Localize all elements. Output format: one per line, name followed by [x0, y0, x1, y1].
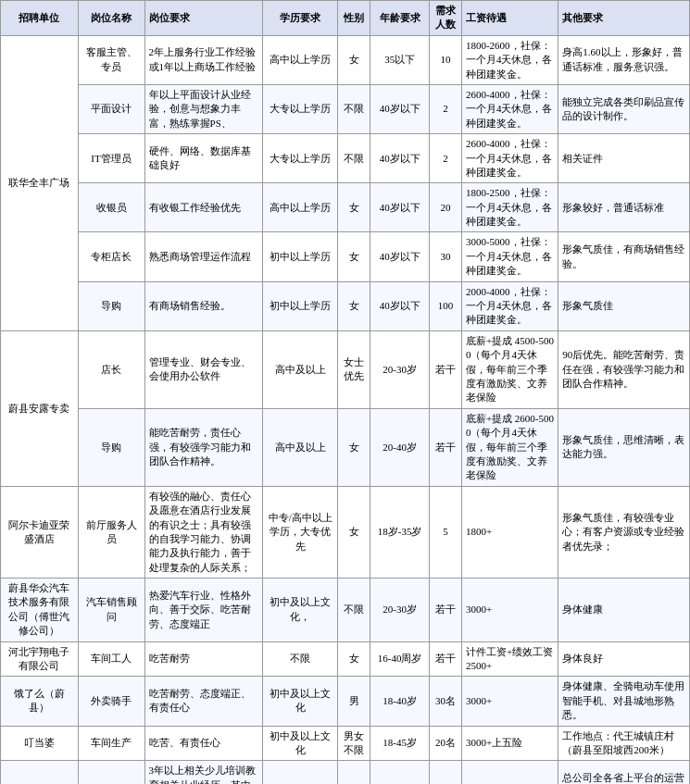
cell-job: 平面设计: [78, 84, 144, 133]
cell-count: 30名: [430, 677, 462, 726]
header-company: 招聘单位: [1, 1, 79, 36]
cell-count: 5: [430, 486, 462, 578]
cell-salary: 3000+: [461, 579, 558, 642]
header-job: 岗位名称: [78, 1, 144, 36]
table-row: 平面设计年以上平面设计从业经验，创意与想象力丰富，熟练掌握PS、大专以上学历不限…: [1, 84, 690, 133]
cell-job: 导购: [78, 281, 144, 330]
cell-age: 16-40周岁: [370, 641, 430, 677]
cell-job: 运营经理: [78, 761, 144, 784]
cell-edu: 大专以上学历: [263, 134, 338, 183]
cell-req: 有收银工作经验优先: [144, 183, 263, 232]
cell-age: 20-30岁: [370, 330, 430, 408]
cell-edu: 中专/高中以上学历，大专优先: [263, 486, 338, 578]
cell-job: 专柜店长: [78, 232, 144, 281]
table-row: 导购能吃苦耐劳，责任心强，有较强学习能力和团队合作精神。高中及以上女20-40岁…: [1, 408, 690, 486]
cell-edu: 专科以上以上学历: [263, 761, 338, 784]
cell-salary: 2600-4000，社保：一个月4天休息，各种团建奖金。: [461, 84, 558, 133]
cell-edu: 初中及以上文化: [263, 726, 338, 761]
cell-company: 河北宇翔电子有限公司: [1, 641, 79, 677]
cell-gender: 男女不限: [338, 726, 370, 761]
cell-salary: 1800-2600，社保：一个月4天休息，各种团建奖金。: [461, 35, 558, 84]
cell-other: 能独立完成各类印刷品宣传品的设计制作。: [558, 84, 690, 133]
cell-company: 阿尔卡迪亚荣盛酒店: [1, 486, 79, 578]
table-row: 饿了么（蔚县）外卖骑手吃苦耐劳、态度端正、有责任心初中及以上文化男18-40岁3…: [1, 677, 690, 726]
cell-count: 10: [430, 35, 462, 84]
cell-company: 饿了么（蔚县）: [1, 677, 79, 726]
cell-other: 相关证件: [558, 134, 690, 183]
cell-other: 身体健康、全骑电动车使用智能手机、对县城地形熟悉。: [558, 677, 690, 726]
cell-gender: 女士优先: [338, 330, 370, 408]
cell-req: 管理专业、财会专业、会使用办公软件: [144, 330, 263, 408]
cell-gender: 不限: [338, 84, 370, 133]
cell-salary: 2000-4000，社保：一个月4天休息，各种团建奖金。: [461, 281, 558, 330]
table-row: 导购有商场销售经验。初中以上学历女40岁以下1002000-4000，社保：一个…: [1, 281, 690, 330]
table-row: 蔚县安露专卖店长管理专业、财会专业、会使用办公软件高中及以上女士优先20-30岁…: [1, 330, 690, 408]
cell-other: 身体健康: [558, 579, 690, 642]
cell-age: 40岁以下: [370, 84, 430, 133]
cell-edu: 高中及以上: [263, 408, 338, 486]
cell-other: 工作地点：代王城镇庄村（蔚县至阳坡西200米）: [558, 726, 690, 761]
cell-other: 形象气质佳: [558, 281, 690, 330]
table-row: 联华全丰广场客服主管、专员2年上服务行业工作经验或1年以上商场工作经验高中以上学…: [1, 35, 690, 84]
table-row: IT管理员硬件、网络、数据库基础良好大专以上学历不限40岁以下22600-400…: [1, 134, 690, 183]
cell-job: 导购: [78, 408, 144, 486]
cell-count: 20: [430, 183, 462, 232]
cell-company: 叮当婆: [1, 726, 79, 761]
cell-gender: 男女不限: [338, 761, 370, 784]
cell-count: 20名: [430, 726, 462, 761]
cell-company: 蔚县华众汽车技术服务有限公司（傅世汽修公司）: [1, 579, 79, 642]
cell-gender: 女: [338, 408, 370, 486]
cell-age: 40岁以下: [370, 281, 430, 330]
cell-salary: 5000-9000，底薪+各种奖金+中高端提成: [461, 761, 558, 784]
cell-req: 3年以上相关少儿培训教育相关从业经历，其中从事过少儿培训机构管理岗位或校区负责人…: [144, 761, 263, 784]
cell-gender: 女: [338, 641, 370, 677]
cell-other: 身高1.60以上，形象好，普通话标准，服务意识强。: [558, 35, 690, 84]
cell-salary: 3000+上五险: [461, 726, 558, 761]
cell-req: 吃苦耐劳: [144, 641, 263, 677]
cell-count: 2: [430, 134, 462, 183]
cell-company: 全脑佳教育科技有限公司: [1, 761, 79, 784]
table-row: 专柜店长熟悉商场管理运作流程初中以上学历女40岁以下303000-5000，社保…: [1, 232, 690, 281]
table-row: 全脑佳教育科技有限公司运营经理3年以上相关少儿培训教育相关从业经历，其中从事过少…: [1, 761, 690, 784]
cell-edu: 高中以上学历: [263, 183, 338, 232]
cell-req: 有商场销售经验。: [144, 281, 263, 330]
cell-req: 年以上平面设计从业经验，创意与想象力丰富，熟练掌握PS、: [144, 84, 263, 133]
cell-count: 1名: [430, 761, 462, 784]
header-gender: 性别: [338, 1, 370, 36]
cell-age: 40岁以下: [370, 134, 430, 183]
cell-edu: 初中以上学历: [263, 232, 338, 281]
cell-edu: 高中以上学历: [263, 35, 338, 84]
cell-req: 硬件、网络、数据库基础良好: [144, 134, 263, 183]
table-row: 阿尔卡迪亚荣盛酒店前厅服务人员有较强的融心、责任心及愿意在酒店行业发展的有识之士…: [1, 486, 690, 578]
cell-gender: 女: [338, 486, 370, 578]
cell-gender: 男: [338, 677, 370, 726]
cell-job: 前厅服务人员: [78, 486, 144, 578]
cell-req: 吃苦、有责任心: [144, 726, 263, 761]
table-row: 河北宇翔电子有限公司车间工人吃苦耐劳不限女16-40周岁若干计件工资+绩效工资2…: [1, 641, 690, 677]
cell-age: 18-45岁: [370, 726, 430, 761]
cell-age: 25-40岁: [370, 761, 430, 784]
cell-age: 20-30岁: [370, 579, 430, 642]
cell-salary: 计件工资+绩效工资2500+: [461, 641, 558, 677]
cell-req: 熟悉商场管理运作流程: [144, 232, 263, 281]
cell-edu: 大专以上学历: [263, 84, 338, 133]
cell-other: 总公司全各省上平台的运营和维护负责线上平台的活动策划和推广，总招商运营，和教学者…: [558, 761, 690, 784]
cell-salary: 底薪+提成 2600-5000（每个月4天休假，每年前三个季度有激励奖、文养老保…: [461, 408, 558, 486]
header-other: 其他要求: [558, 1, 690, 36]
cell-gender: 女: [338, 183, 370, 232]
cell-count: 若干: [430, 408, 462, 486]
cell-edu: 初中及以上文化，: [263, 579, 338, 642]
cell-other: 形象气质佳，有商场销售经验。: [558, 232, 690, 281]
cell-edu: 高中及以上: [263, 330, 338, 408]
cell-company: 联华全丰广场: [1, 35, 79, 330]
cell-gender: 女: [338, 35, 370, 84]
cell-other: 形象气质佳，有较强专业心；有客户资源或专业经验者优先录；: [558, 486, 690, 578]
cell-salary: 1800-2500，社保：一个月4天休息，各种团建奖金。: [461, 183, 558, 232]
cell-age: 18岁-35岁: [370, 486, 430, 578]
cell-age: 40岁以下: [370, 183, 430, 232]
cell-salary: 2600-4000，社保：一个月4天休息，各种团建奖金。: [461, 134, 558, 183]
cell-count: 若干: [430, 641, 462, 677]
cell-count: 2: [430, 84, 462, 133]
cell-age: 40岁以下: [370, 232, 430, 281]
cell-job: 客服主管、专员: [78, 35, 144, 84]
